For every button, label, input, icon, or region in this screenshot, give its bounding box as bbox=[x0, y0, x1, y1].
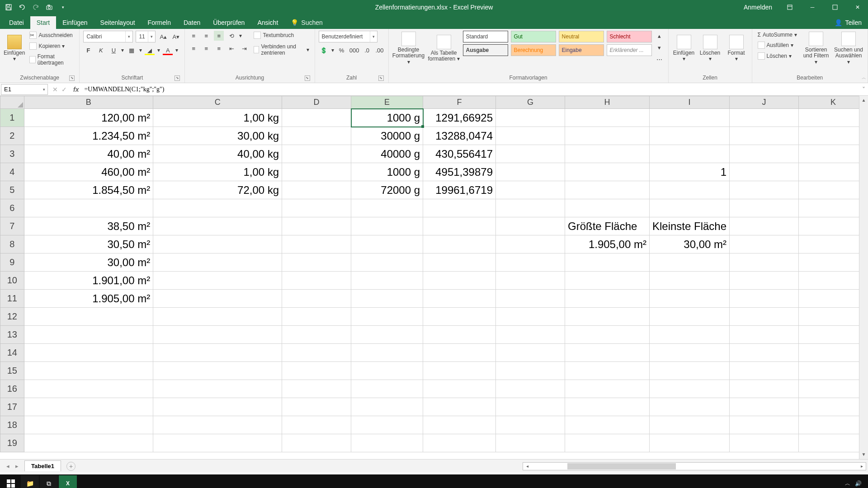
autosum-button[interactable]: Σ AutoSumme ▾ bbox=[756, 31, 799, 39]
cell[interactable] bbox=[565, 199, 650, 217]
cell[interactable] bbox=[423, 344, 496, 362]
cell[interactable]: 460,00 m² bbox=[24, 163, 153, 181]
style-berechnung[interactable]: Berechnung bbox=[511, 44, 556, 56]
cell[interactable] bbox=[798, 145, 868, 163]
cell[interactable]: 1.234,50 m² bbox=[24, 127, 153, 145]
cell[interactable] bbox=[730, 308, 799, 326]
styles-scroll-up-icon[interactable]: ▴ bbox=[655, 31, 665, 41]
cell[interactable] bbox=[565, 380, 650, 398]
cell[interactable] bbox=[24, 434, 153, 452]
cell[interactable] bbox=[282, 127, 351, 145]
cell[interactable] bbox=[496, 127, 565, 145]
cell[interactable]: Kleinste Fläche bbox=[649, 217, 729, 235]
scroll-left-icon[interactable]: ◂ bbox=[523, 464, 531, 469]
row-header[interactable]: 18 bbox=[0, 416, 24, 434]
cell[interactable] bbox=[730, 109, 799, 127]
cell[interactable] bbox=[730, 145, 799, 163]
cell[interactable]: 13288,0474 bbox=[423, 127, 496, 145]
cell[interactable] bbox=[153, 398, 282, 416]
cell[interactable] bbox=[730, 217, 799, 235]
cell[interactable] bbox=[153, 326, 282, 344]
cell[interactable] bbox=[649, 344, 729, 362]
cell[interactable] bbox=[24, 199, 153, 217]
align-left-icon[interactable]: ≡ bbox=[189, 43, 198, 53]
start-button[interactable] bbox=[2, 475, 20, 488]
row-header[interactable]: 12 bbox=[0, 308, 24, 326]
style-standard[interactable]: Standard bbox=[463, 31, 508, 42]
cell[interactable] bbox=[798, 181, 868, 199]
row-header[interactable]: 4 bbox=[0, 163, 24, 181]
cell[interactable] bbox=[153, 344, 282, 362]
dialog-launcher-icon[interactable]: ⬊ bbox=[175, 75, 180, 81]
cell[interactable] bbox=[565, 308, 650, 326]
row-header[interactable]: 19 bbox=[0, 434, 24, 452]
ribbon-display-icon[interactable] bbox=[779, 0, 800, 14]
cell[interactable]: 4951,39879 bbox=[423, 163, 496, 181]
row-header[interactable]: 3 bbox=[0, 145, 24, 163]
cell[interactable] bbox=[282, 109, 351, 127]
scroll-right-icon[interactable]: ▸ bbox=[858, 464, 866, 469]
cell[interactable] bbox=[496, 308, 565, 326]
underline-button[interactable]: U bbox=[108, 45, 118, 55]
bold-button[interactable]: F bbox=[83, 45, 93, 55]
cell[interactable] bbox=[565, 416, 650, 434]
tab-formeln[interactable]: Formeln bbox=[142, 16, 177, 29]
scroll-up-icon[interactable]: ▲ bbox=[859, 96, 868, 105]
cell[interactable] bbox=[496, 290, 565, 308]
cell[interactable] bbox=[649, 199, 729, 217]
find-select-button[interactable]: Suchen und Auswählen ▾ bbox=[833, 31, 864, 66]
cell[interactable] bbox=[24, 362, 153, 380]
cell[interactable] bbox=[649, 326, 729, 344]
cell[interactable] bbox=[565, 145, 650, 163]
cell[interactable]: 1.905,00 m² bbox=[24, 290, 153, 308]
row-header[interactable]: 14 bbox=[0, 344, 24, 362]
cell[interactable] bbox=[565, 434, 650, 452]
cell[interactable] bbox=[649, 181, 729, 199]
maximize-button[interactable] bbox=[825, 0, 845, 14]
cell[interactable] bbox=[798, 434, 868, 452]
tab-ansicht[interactable]: Ansicht bbox=[251, 16, 284, 29]
cell[interactable] bbox=[496, 380, 565, 398]
vertical-scrollbar[interactable]: ▲ ▼ bbox=[859, 96, 868, 459]
align-bottom-icon[interactable]: ≡ bbox=[214, 31, 224, 41]
cell[interactable] bbox=[730, 434, 799, 452]
cell[interactable]: 430,556417 bbox=[423, 145, 496, 163]
fill-color-button[interactable]: ◢ bbox=[145, 45, 155, 55]
paste-button[interactable]: Einfügen▾ bbox=[4, 31, 25, 66]
cell[interactable] bbox=[565, 181, 650, 199]
cell[interactable] bbox=[649, 398, 729, 416]
tell-me[interactable]: 💡Suchen bbox=[284, 16, 329, 29]
style-eingabe[interactable]: Eingabe bbox=[559, 44, 604, 56]
cell[interactable] bbox=[496, 217, 565, 235]
cell[interactable]: 19961,6719 bbox=[423, 181, 496, 199]
sheet-nav[interactable]: ◂▸ bbox=[0, 463, 24, 469]
cell[interactable] bbox=[730, 398, 799, 416]
row-header[interactable]: 5 bbox=[0, 181, 24, 199]
cell[interactable] bbox=[565, 109, 650, 127]
cell[interactable] bbox=[496, 344, 565, 362]
cell[interactable] bbox=[730, 181, 799, 199]
cell[interactable] bbox=[423, 217, 496, 235]
font-color-button[interactable]: A bbox=[163, 45, 173, 55]
cell[interactable] bbox=[282, 145, 351, 163]
cell[interactable] bbox=[730, 253, 799, 272]
cell[interactable]: 40,00 m² bbox=[24, 145, 153, 163]
increase-font-icon[interactable]: A▴ bbox=[158, 32, 168, 42]
copy-button[interactable]: Kopieren ▾ bbox=[28, 42, 75, 51]
cell[interactable] bbox=[798, 199, 868, 217]
save-icon[interactable] bbox=[5, 3, 13, 11]
share-button[interactable]: 👤Teilen bbox=[828, 16, 868, 29]
row-header[interactable]: 10 bbox=[0, 272, 24, 290]
cell[interactable] bbox=[423, 398, 496, 416]
cell[interactable] bbox=[649, 272, 729, 290]
cell[interactable] bbox=[423, 308, 496, 326]
qat-customize-icon[interactable]: ▾ bbox=[59, 3, 67, 11]
style-neutral[interactable]: Neutral bbox=[559, 31, 604, 42]
cell[interactable] bbox=[730, 362, 799, 380]
number-format-dropdown[interactable]: Benutzerdefiniert▾ bbox=[319, 31, 377, 42]
col-header[interactable]: I bbox=[649, 96, 729, 109]
cancel-icon[interactable]: ✕ bbox=[52, 86, 58, 93]
cell[interactable] bbox=[351, 199, 423, 217]
task-view-icon[interactable]: ⧉ bbox=[40, 475, 58, 488]
cell[interactable] bbox=[153, 272, 282, 290]
